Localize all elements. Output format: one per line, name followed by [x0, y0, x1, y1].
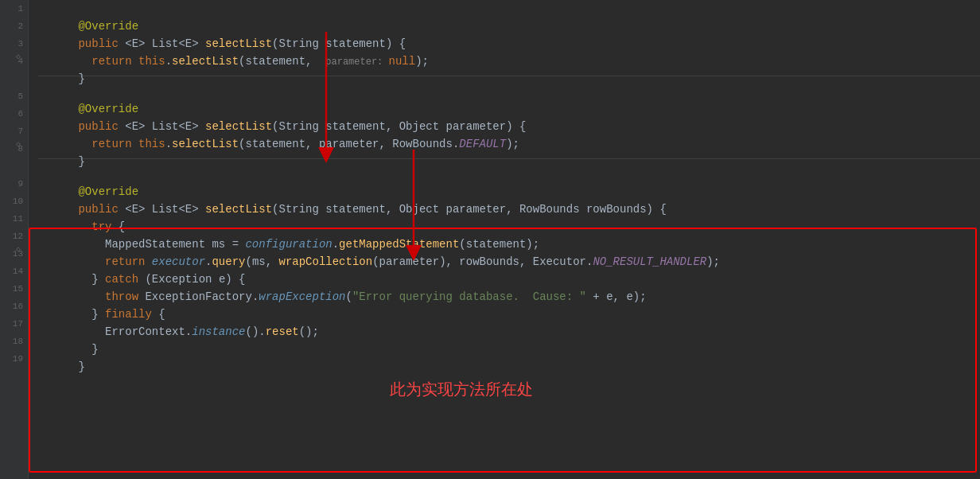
section-divider [38, 153, 980, 159]
line-numbers: 1 2 3 4 5 6 7 8 9 10 11 12 13 14 15 16 1… [0, 0, 29, 479]
code-editor: 1 2 3 4 5 6 7 8 9 10 11 12 13 14 15 16 1… [0, 0, 980, 479]
code-line: @Override [38, 0, 980, 18]
section-divider [38, 70, 980, 76]
code-line: public <E> List<E> selectList(String sta… [38, 100, 980, 118]
code-line: } [38, 341, 980, 358]
fold-marker[interactable]: ◇ [14, 53, 22, 60]
code-line: @Override [38, 83, 980, 100]
code-content: @Override public <E> List<E> selectList(… [29, 0, 980, 479]
code-line: public <E> List<E> selectList(String sta… [38, 18, 980, 35]
fold-marker[interactable]: ◇ [14, 140, 22, 148]
code-line: ErrorContext.instance().reset(); [38, 306, 980, 323]
code-line: @Override [38, 166, 980, 183]
code-line: MappedStatement ms = configuration.getMa… [38, 218, 980, 236]
code-line: public <E> List<E> selectList(String sta… [38, 183, 980, 201]
fold-marker[interactable]: ◇ [14, 245, 22, 253]
